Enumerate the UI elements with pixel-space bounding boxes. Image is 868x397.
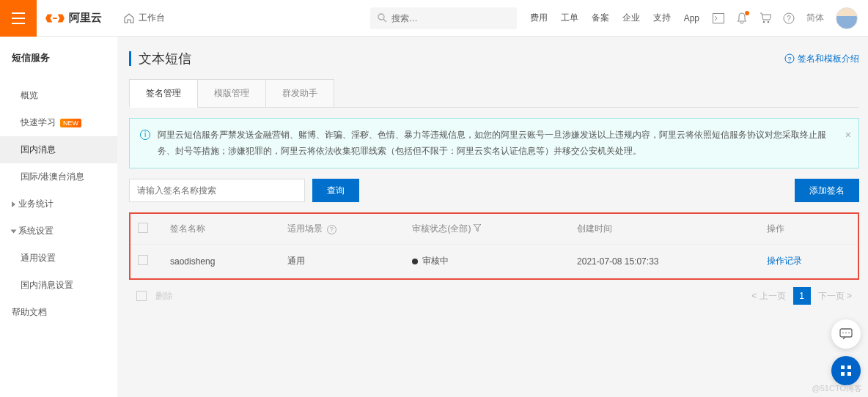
cell-name: saodisheng bbox=[163, 245, 280, 278]
sidebar-group-stats[interactable]: 业务统计 bbox=[0, 190, 117, 218]
notification-icon[interactable] bbox=[736, 12, 748, 24]
sidebar-item-intl[interactable]: 国际/港澳台消息 bbox=[0, 163, 117, 190]
nav-fees[interactable]: 费用 bbox=[530, 12, 548, 24]
page-number[interactable]: 1 bbox=[793, 287, 811, 305]
help-link[interactable]: ? 签名和模板介绍 bbox=[784, 53, 859, 65]
sidebar-item-help[interactable]: 帮助文档 bbox=[0, 299, 117, 326]
next-page-button[interactable]: 下一页 > bbox=[818, 290, 852, 303]
alert-close-button[interactable]: × bbox=[845, 126, 851, 144]
toolbar: 查询 添加签名 bbox=[129, 179, 859, 202]
user-avatar[interactable] bbox=[836, 7, 858, 29]
search-icon bbox=[378, 13, 387, 23]
action-record-link[interactable]: 操作记录 bbox=[767, 256, 802, 266]
tab-batch[interactable]: 群发助手 bbox=[265, 79, 334, 107]
table-footer: 删除 < 上一页 1 下一页 > bbox=[129, 280, 859, 312]
notification-dot bbox=[745, 11, 749, 15]
batch-delete-button[interactable]: 删除 bbox=[155, 290, 173, 303]
title-accent-bar bbox=[129, 51, 131, 66]
grid-icon bbox=[840, 365, 852, 376]
svg-rect-14 bbox=[841, 372, 845, 376]
sidebar-item-domestic-settings[interactable]: 国内消息设置 bbox=[0, 272, 117, 299]
svg-point-2 bbox=[763, 21, 765, 23]
nav-tickets[interactable]: 工单 bbox=[561, 12, 578, 24]
tab-signature[interactable]: 签名管理 bbox=[129, 79, 198, 108]
row-checkbox[interactable] bbox=[138, 255, 148, 265]
menu-toggle-button[interactable] bbox=[0, 0, 37, 37]
cloudshell-icon[interactable] bbox=[713, 12, 724, 24]
help-icon[interactable]: ? bbox=[783, 12, 795, 24]
tabs: 签名管理 模版管理 群发助手 bbox=[129, 79, 859, 108]
footer-select-all-checkbox[interactable] bbox=[136, 291, 147, 301]
col-action: 操作 bbox=[760, 214, 858, 245]
col-created: 创建时间 bbox=[570, 214, 760, 245]
svg-point-9 bbox=[842, 333, 844, 334]
prev-page-button[interactable]: < 上一页 bbox=[751, 290, 785, 303]
cell-created: 2021-07-08 15:07:33 bbox=[570, 245, 760, 278]
brand-logo[interactable]: 阿里云 bbox=[45, 11, 102, 26]
sidebar-group-settings[interactable]: 系统设置 bbox=[0, 218, 117, 245]
cell-status: 审核中 bbox=[405, 245, 570, 278]
chat-icon bbox=[839, 328, 853, 340]
sidebar: 短信服务 概览 快速学习NEW 国内消息 国际/港澳台消息 业务统计 系统设置 … bbox=[0, 37, 117, 397]
nav-enterprise[interactable]: 企业 bbox=[622, 12, 640, 24]
status-dot-icon bbox=[412, 259, 418, 264]
nav-app[interactable]: App bbox=[684, 13, 699, 23]
workbench-link[interactable]: 工作台 bbox=[117, 7, 172, 29]
caret-icon bbox=[12, 201, 15, 207]
cell-scene: 通用 bbox=[280, 245, 405, 278]
home-icon bbox=[124, 13, 134, 23]
signature-search-input[interactable] bbox=[129, 179, 305, 202]
add-signature-button[interactable]: 添加签名 bbox=[795, 179, 859, 202]
feedback-button[interactable] bbox=[831, 319, 861, 349]
nav-support[interactable]: 支持 bbox=[653, 12, 671, 24]
page-title: 文本短信 bbox=[139, 50, 191, 67]
signature-table: 签名名称 适用场景 ? 审核状态(全部) 创建时间 操作 saodisheng … bbox=[130, 214, 858, 278]
caret-icon bbox=[11, 229, 17, 233]
apps-button[interactable] bbox=[831, 356, 861, 385]
svg-rect-15 bbox=[847, 372, 851, 376]
tab-template[interactable]: 模版管理 bbox=[197, 79, 266, 107]
question-icon: ? bbox=[784, 53, 795, 64]
sidebar-item-quickstart[interactable]: 快速学习NEW bbox=[0, 109, 117, 136]
header-nav: 费用 工单 备案 企业 支持 App bbox=[530, 12, 699, 24]
svg-point-3 bbox=[768, 21, 770, 23]
pagination: < 上一页 1 下一页 > bbox=[751, 287, 852, 305]
watermark-text: @51CTO博客 bbox=[812, 383, 862, 394]
main-content: 文本短信 ? 签名和模板介绍 签名管理 模版管理 群发助手 i 阿里云短信服务严… bbox=[117, 37, 868, 397]
svg-rect-1 bbox=[713, 13, 724, 23]
sidebar-item-general-settings[interactable]: 通用设置 bbox=[0, 245, 117, 272]
sidebar-item-domestic[interactable]: 国内消息 bbox=[0, 136, 117, 163]
svg-text:?: ? bbox=[787, 56, 791, 63]
global-search[interactable] bbox=[370, 7, 517, 29]
sidebar-title: 短信服务 bbox=[0, 44, 117, 72]
top-header: 阿里云 工作台 费用 工单 备案 企业 支持 App ? 简体 bbox=[0, 0, 868, 37]
alert-text: 阿里云短信服务严禁发送金融营销、赌博、诈骗、淫秽、色情、暴力等违规信息，如您的阿… bbox=[158, 127, 834, 159]
tooltip-icon[interactable]: ? bbox=[327, 225, 336, 234]
svg-text:?: ? bbox=[787, 15, 791, 23]
svg-point-0 bbox=[378, 14, 384, 20]
svg-point-10 bbox=[845, 333, 847, 334]
hamburger-icon bbox=[12, 12, 25, 25]
svg-rect-12 bbox=[841, 366, 845, 369]
alert-banner: i 阿里云短信服务严禁发送金融营销、赌博、诈骗、淫秽、色情、暴力等违规信息，如您… bbox=[129, 118, 859, 168]
cart-icon[interactable] bbox=[760, 12, 771, 24]
svg-rect-13 bbox=[847, 366, 851, 369]
new-badge: NEW bbox=[60, 119, 81, 127]
filter-icon bbox=[474, 224, 481, 231]
svg-point-11 bbox=[848, 333, 850, 334]
global-search-input[interactable] bbox=[391, 13, 510, 23]
col-status[interactable]: 审核状态(全部) bbox=[405, 214, 570, 245]
language-switch[interactable]: 简体 bbox=[806, 12, 824, 24]
select-all-checkbox[interactable] bbox=[138, 223, 148, 233]
header-icons: ? 简体 bbox=[713, 7, 858, 29]
search-button[interactable]: 查询 bbox=[312, 179, 359, 202]
col-scene: 适用场景 ? bbox=[280, 214, 405, 245]
info-icon: i bbox=[140, 130, 150, 140]
sidebar-item-overview[interactable]: 概览 bbox=[0, 82, 117, 109]
col-name: 签名名称 bbox=[163, 214, 280, 245]
nav-icp[interactable]: 备案 bbox=[592, 12, 609, 24]
table-row: saodisheng 通用 审核中 2021-07-08 15:07:33 操作… bbox=[130, 245, 858, 278]
brand-name: 阿里云 bbox=[69, 11, 102, 25]
highlighted-table-region: 签名名称 适用场景 ? 审核状态(全部) 创建时间 操作 saodisheng … bbox=[129, 212, 859, 280]
floating-buttons bbox=[831, 319, 861, 385]
